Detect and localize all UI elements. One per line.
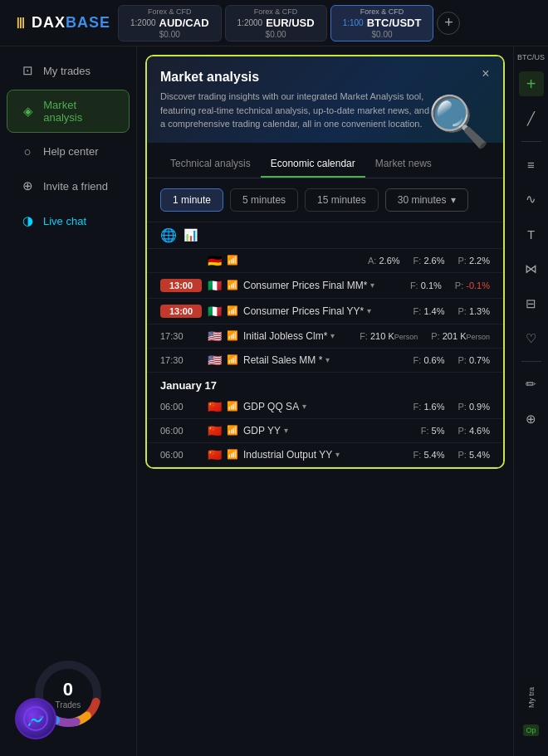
tab-pair: BTC/USDT: [367, 17, 422, 29]
sidebar-item-my-trades[interactable]: ⊡ My trades: [7, 55, 130, 86]
event-name: Industrial Output YY ▾: [243, 449, 409, 461]
forecast-value: F: 0.6%: [413, 355, 445, 365]
chevron-icon: ▾: [370, 280, 374, 290]
top-bar: ⫼ DAXBASE Forex & CFD 1:2000 AUD/CAD $0.…: [0, 0, 548, 46]
tab-market-news[interactable]: Market news: [365, 151, 442, 178]
tab-price: $0.00: [372, 30, 393, 39]
my-trades-label: My tra: [527, 687, 536, 708]
table-row: 06:00 🇨🇳 📶 GDP YY ▾ F: 5% P: 4.6%: [147, 419, 503, 443]
rp-plus-button[interactable]: +: [519, 71, 544, 96]
modal-overlay: Market analysis Discover trading insight…: [137, 46, 513, 756]
signal-icon: 📶: [227, 280, 238, 290]
chevron-icon: ▾: [367, 306, 371, 315]
sidebar-item-label: My trades: [43, 65, 91, 77]
time-btn-15min[interactable]: 15 minutes: [305, 188, 379, 212]
event-meta: F: 0.6% P: 0.7%: [413, 355, 490, 365]
event-name: GDP YY ▾: [243, 425, 416, 437]
time-btn-30min[interactable]: 30 minutes ▾: [385, 188, 469, 212]
prev-value: P: 0.9%: [457, 402, 490, 412]
rp-curve-button[interactable]: ∿: [519, 187, 544, 212]
flag-icon: 🇺🇸: [207, 354, 222, 366]
event-name-text: Consumer Prices Final MM*: [243, 280, 367, 291]
tab-technical-analysis[interactable]: Technical analysis: [160, 151, 261, 178]
rp-measure-button[interactable]: ⊟: [519, 291, 544, 316]
tab-type: Forex & CFD: [254, 7, 298, 16]
signal-icon: 📶: [227, 305, 238, 316]
event-time: 06:00: [160, 450, 202, 460]
flag-icon: 🇮🇹: [207, 305, 222, 317]
time-btn-5min[interactable]: 5 minutes: [230, 188, 298, 212]
op-badge: Op: [523, 724, 538, 736]
rp-pencil-button[interactable]: ✏: [519, 372, 544, 397]
tab-ratio: 1:100: [343, 18, 364, 27]
signal-icon: 📶: [227, 330, 238, 341]
chevron-icon: ▾: [302, 402, 306, 411]
event-meta: F: 5.4% P: 5.4%: [413, 450, 490, 460]
content-area: Market analysis Discover trading insight…: [137, 46, 513, 756]
rp-divider: [521, 361, 541, 362]
rp-text-button[interactable]: T: [519, 222, 544, 246]
tab-pair: EUR/USD: [266, 17, 315, 29]
avatar-button[interactable]: [15, 698, 56, 739]
event-name-text: Industrial Output YY: [243, 449, 332, 461]
logo-text: DAXBASE: [32, 14, 110, 32]
market-analysis-modal: Market analysis Discover trading insight…: [145, 55, 505, 469]
tab-price: $0.00: [159, 30, 180, 39]
flag-icon: 🇨🇳: [207, 401, 222, 412]
section-header-row: 🌐 📊: [147, 222, 503, 249]
table-row: 17:30 🇺🇸 📶 Retail Sales MM * ▾ F: 0.6% P…: [147, 349, 503, 373]
add-tab-button[interactable]: +: [437, 12, 460, 35]
table-row: 🇩🇪 📶 A: 2.6% F: 2.6% P: 2.2%: [147, 249, 503, 273]
rp-line-button[interactable]: ╱: [519, 106, 544, 131]
sidebar-item-live-chat[interactable]: ◑ Live chat: [7, 205, 130, 237]
signal-icon: 📶: [227, 425, 238, 436]
event-time: 06:00: [160, 402, 202, 412]
tab-pair: AUD/CAD: [159, 17, 209, 29]
rp-zoom-button[interactable]: ⊕: [519, 407, 544, 432]
event-name-text: Initial Jobless Clm*: [243, 330, 327, 342]
chevron-icon: ▾: [325, 355, 330, 364]
magnifier-icon: 🔍: [428, 92, 490, 151]
event-meta: A: 2.6% F: 2.6% P: 2.2%: [368, 256, 490, 266]
sidebar-item-label: Market analysis: [43, 99, 115, 124]
flag-icon: 🇨🇳: [207, 449, 222, 461]
dropdown-label: 30 minutes: [398, 194, 447, 206]
prev-value: P: 2.2%: [457, 256, 490, 266]
actual-value: A: 2.6%: [368, 256, 400, 266]
market-analysis-icon: ◈: [21, 104, 35, 119]
trades-icon: ⊡: [20, 63, 35, 78]
event-time: 17:30: [160, 331, 202, 341]
prev-value: P: 201 KPerson: [431, 331, 490, 341]
event-meta: F: 0.1% P: -0.1%: [410, 280, 490, 290]
modal-description: Discover trading insights with our integ…: [160, 90, 434, 131]
svg-point-5: [24, 707, 47, 730]
time-btn-1min[interactable]: 1 minute: [160, 188, 223, 212]
flag-icon: 🇩🇪: [207, 255, 222, 266]
tab-economic-calendar[interactable]: Economic calendar: [261, 151, 365, 178]
signal-icon: 📶: [227, 401, 238, 412]
rp-heart-button[interactable]: ♡: [519, 326, 544, 351]
sidebar-item-help-center[interactable]: ○ Help center: [7, 136, 130, 167]
tab-audcad[interactable]: Forex & CFD 1:2000 AUD/CAD $0.00: [118, 5, 222, 41]
donut-label: Trades: [56, 700, 81, 710]
forecast-value: F: 5%: [421, 426, 445, 436]
forecast-value: F: 210 KPerson: [360, 331, 418, 341]
forecast-value: F: 0.1%: [410, 280, 442, 290]
table-row: 17:30 🇺🇸 📶 Initial Jobless Clm* ▾ F: 210…: [147, 324, 503, 349]
flag-icon: 🇺🇸: [207, 330, 222, 342]
main-layout: ⊡ My trades ◈ Market analysis ○ Help cen…: [0, 46, 548, 756]
rp-node-button[interactable]: ⋈: [519, 256, 544, 281]
chevron-icon: ▾: [330, 331, 335, 340]
tab-ratio: 1:2000: [237, 18, 263, 27]
event-meta: F: 5% P: 4.6%: [421, 426, 490, 436]
btc-label: BTC/US: [517, 53, 545, 61]
tab-eurusd[interactable]: Forex & CFD 1:2000 EUR/USD $0.00: [225, 5, 327, 41]
modal-close-button[interactable]: ×: [477, 65, 495, 83]
event-meta: F: 210 KPerson P: 201 KPerson: [360, 331, 490, 341]
sidebar-item-market-analysis[interactable]: ◈ Market analysis: [7, 90, 130, 133]
tab-type: Forex & CFD: [360, 7, 404, 16]
rp-lines-button[interactable]: ≡: [519, 152, 544, 177]
sidebar-item-invite-friend[interactable]: ⊕ Invite a friend: [7, 170, 130, 202]
forecast-value: F: 1.6%: [413, 402, 445, 412]
tab-btcusdt[interactable]: Forex & CFD 1:100 BTC/USDT $0.00: [330, 5, 434, 41]
